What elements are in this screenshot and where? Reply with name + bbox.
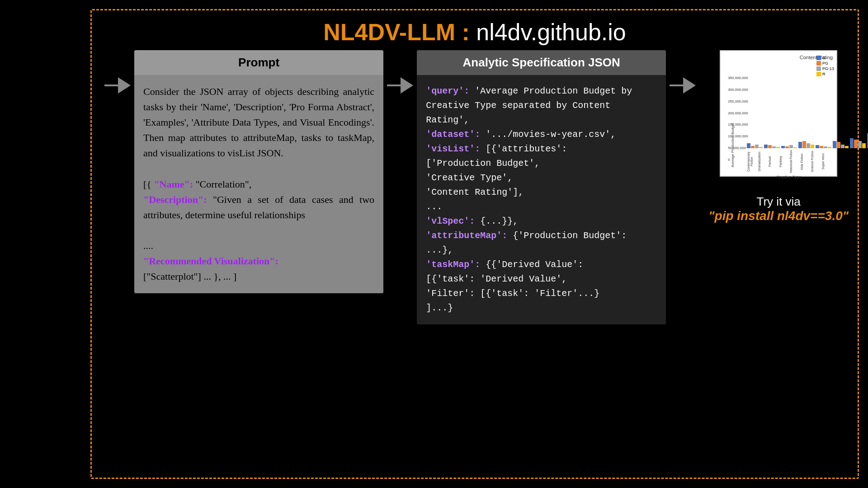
bar-fill [755, 145, 759, 148]
bar-segment [764, 145, 768, 148]
prompt-panel-body: Consider the JSON array of objects descr… [134, 75, 383, 293]
bar-fill [816, 145, 819, 148]
y-axis-label: 150,000,000 [728, 122, 748, 127]
bar-fill [772, 146, 776, 148]
bar-segment [811, 145, 814, 148]
json-value: 'Content Rating'], [426, 187, 524, 197]
y-axis-label: 200,000,000 [728, 111, 748, 115]
y-axis-label: 100,000,000 [728, 134, 748, 138]
bar-chart-area [745, 62, 833, 148]
json-value: 'Filter': [{'task': 'Filter'...} [426, 288, 599, 299]
json-key: 'dataset': [426, 129, 480, 140]
bar-fill [807, 143, 810, 148]
bar-segment [841, 145, 844, 148]
json-line: 'visList': [{'attributes': [426, 142, 657, 156]
y-axis-label: 350,000,000 [728, 76, 748, 80]
bar-fill [789, 145, 793, 148]
json-value: ['Production Budget', [426, 158, 540, 169]
prompt-name-key: "Name": [154, 178, 193, 190]
prompt-rec-val: ["Scatterplot"] ... }, ... ] [143, 271, 236, 282]
bar-segment [755, 145, 759, 148]
arrow-head-1 [118, 77, 131, 94]
bar-group [764, 145, 780, 148]
json-panel-header: Analytic Specification JSON [417, 50, 666, 75]
x-label: Fantasy [779, 149, 788, 174]
prompt-rec-key: "Recommended Visualization": [143, 255, 278, 267]
bar-segment [798, 142, 802, 148]
json-key: 'query': [426, 86, 469, 96]
left-arrow [101, 50, 134, 94]
json-line: ]...} [426, 301, 657, 315]
json-value: {{'Derived Value': [480, 259, 583, 270]
bar-segment [820, 146, 823, 148]
bar-segment [858, 141, 862, 148]
bar-fill [759, 147, 763, 148]
bar-segment [816, 145, 819, 148]
bar-fill [785, 146, 789, 148]
arrow-head-2 [401, 77, 413, 94]
bar-group [747, 143, 763, 148]
bar-fill [845, 146, 849, 148]
bar-group [798, 141, 814, 148]
json-line: 'query': 'Average Production Budget by C… [426, 84, 657, 127]
bar-group [850, 138, 866, 148]
prompt-desc-key: "Description": [143, 194, 207, 205]
right-area: Content Rating GPGPG-13R Average Product… [699, 50, 849, 223]
bar-segment [845, 146, 849, 148]
json-line: 'Creative Type', [426, 171, 657, 185]
prompt-panel: Prompt Consider the JSON array of object… [134, 50, 383, 293]
json-panel-body: 'query': 'Average Production Budget by C… [417, 75, 666, 324]
bar-fill [858, 141, 862, 148]
bar-segment [837, 142, 840, 148]
bar-segment [776, 147, 780, 148]
bar-group [833, 141, 849, 148]
json-value: '.../movies-w-year.csv', [480, 129, 616, 140]
bar-segment [793, 147, 797, 148]
bar-group [781, 145, 797, 148]
bar-fill [862, 143, 866, 148]
middle-arrow [383, 50, 417, 94]
json-panel: Analytic Specification JSON 'query': 'Av… [417, 50, 666, 324]
bar-segment [833, 141, 836, 148]
bar-fill [850, 138, 854, 148]
bar-segment [785, 146, 789, 148]
chart-container: Average Production Budget 350,000,000300… [724, 62, 833, 179]
bar-segment [759, 147, 763, 148]
try-via-label: Try it via [757, 195, 801, 209]
prompt-intro: Consider the JSON array of objects descr… [143, 86, 374, 159]
x-label: Factual [768, 149, 778, 174]
bar-fill [824, 146, 827, 148]
bar-segment [781, 146, 785, 148]
y-axis-label: 0 [728, 158, 748, 162]
prompt-panel-header: Prompt [134, 50, 383, 75]
bar-fill [768, 145, 772, 148]
arrow-line-3 [670, 84, 683, 86]
title-bold: NL4DV-LLM : [323, 19, 470, 45]
arrow-line-2 [387, 84, 401, 86]
bar-fill [854, 140, 858, 148]
bar-fill [798, 142, 802, 148]
bar-segment [850, 138, 854, 148]
bar-segment [789, 145, 793, 148]
pip-install-label: "pip install nl4dv==3.0" [708, 209, 849, 223]
json-line: ['Production Budget', [426, 156, 657, 171]
bar-fill [751, 146, 755, 148]
json-key: 'visList': [426, 144, 480, 154]
json-key: 'taskMap': [426, 259, 480, 270]
json-value: [{'attributes': [480, 144, 567, 154]
legend-color-box [816, 56, 821, 60]
prompt-example-start: [{ "Name": "Correlation", [143, 178, 251, 190]
bar-segment [772, 146, 776, 148]
json-value: ... [426, 202, 442, 212]
y-axis: 350,000,000300,000,000250,000,000200,000… [728, 76, 748, 162]
json-value: [{'task': 'Derived Value', [426, 274, 567, 284]
legend-label: G [822, 56, 826, 60]
right-arrow [666, 50, 699, 94]
json-line: 'Content Rating'], [426, 185, 657, 200]
bar-segment [862, 143, 866, 148]
bar-segment [854, 140, 858, 148]
x-label: Historical Fiction [789, 149, 799, 174]
prompt-ellipsis: .... [143, 240, 153, 251]
arrow-line-1 [104, 84, 118, 86]
bar-segment [802, 141, 806, 148]
